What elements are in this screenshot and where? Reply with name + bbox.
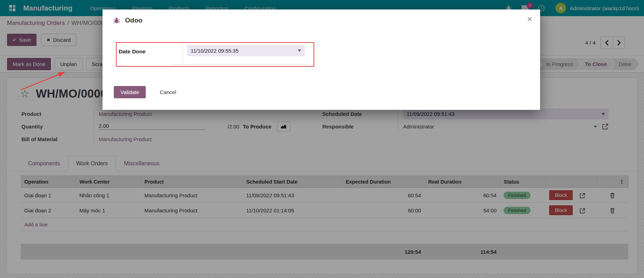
field-underline	[171, 64, 308, 65]
cancel-button[interactable]: Cancel	[156, 86, 180, 98]
validate-button[interactable]: Validate	[114, 86, 146, 98]
bug-icon	[113, 17, 120, 24]
dialog-footer: Validate Cancel	[114, 86, 180, 98]
field-separator	[183, 43, 183, 64]
chevron-down-icon	[298, 49, 301, 52]
date-done-value: 11/10/2022 09:55:35	[191, 48, 239, 54]
dialog-close-icon[interactable]: ×	[527, 14, 532, 24]
dialog-header: Odoo ×	[103, 9, 540, 29]
date-done-input[interactable]: 11/10/2022 09:55:35	[187, 45, 305, 56]
date-done-dialog: Odoo × Date Done 11/10/2022 09:55:35 Val…	[103, 9, 540, 110]
date-done-label: Date Done	[119, 48, 146, 55]
dialog-title: Odoo	[125, 16, 143, 24]
